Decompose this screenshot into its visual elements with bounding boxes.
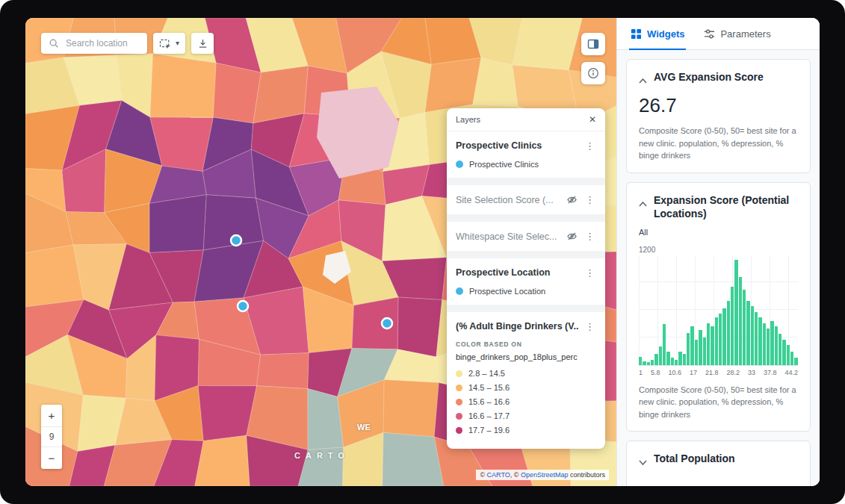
map-place-label: WE [357,423,371,432]
histogram-bar[interactable] [703,337,706,365]
close-icon[interactable]: ✕ [589,115,596,124]
clinic-marker[interactable] [238,301,248,311]
histogram-bar[interactable] [651,360,654,365]
histogram-bar[interactable] [758,317,761,365]
histogram-bar[interactable] [755,312,758,365]
zoom-in-button[interactable]: + [41,405,62,426]
search-box[interactable] [41,33,147,54]
download-button[interactable] [191,33,214,54]
histogram-bar[interactable] [671,358,674,365]
widget-filter-label: All [639,228,798,237]
histogram-bar[interactable] [719,314,722,365]
app: WE CARTO ▾ [25,18,820,486]
histogram-bar[interactable] [739,277,742,365]
histogram-bar[interactable] [763,323,766,365]
widget-title: Expansion Score (Potential Locations) [654,193,798,220]
histogram-bar[interactable] [666,352,669,365]
map-right-controls [581,33,605,84]
layer-section-prospective-location: Prospective Location ⋮ Prospective Locat… [447,258,605,305]
map-canvas[interactable]: WE CARTO ▾ [25,18,616,486]
info-button[interactable] [581,62,605,84]
tab-label: Parameters [720,28,770,40]
tab-widgets[interactable]: Widgets [631,18,684,49]
widget-header[interactable]: Total Population [639,452,798,468]
x-tick-label: 5.8 [651,369,660,376]
layers-panel-header: Layers ✕ [447,108,605,131]
y-axis-max-label: 1200 [639,246,798,254]
histogram-bar[interactable] [687,333,690,365]
histogram-bar[interactable] [767,329,770,365]
histogram-bar[interactable] [743,290,746,364]
legend-range-label: 16.6 – 17.7 [468,411,510,420]
widget-header[interactable]: AVG Expansion Score [639,70,798,87]
histogram-bar[interactable] [746,301,749,365]
histogram-bar[interactable] [790,352,793,365]
clinic-marker[interactable] [382,318,392,329]
histogram-bar[interactable] [639,357,642,365]
legend-color-dot [456,413,462,420]
histogram-bar[interactable] [695,340,698,365]
widget-value: 26.7 [639,94,798,117]
select-tool-button[interactable]: ▾ [153,33,185,54]
histogram-bar[interactable] [794,358,797,365]
kebab-menu-icon[interactable]: ⋮ [584,141,596,151]
chevron-up-icon [639,73,647,87]
attribution-text: © [480,471,486,479]
histogram-bar[interactable] [770,321,773,365]
histogram-bar[interactable] [711,326,714,364]
histogram-bar[interactable] [731,287,734,365]
tab-parameters[interactable]: Parameters [704,18,770,49]
carto-link[interactable]: CARTO [487,471,510,479]
histogram-bar[interactable] [727,301,730,365]
legend-range-label: 2.8 – 14.5 [468,369,505,378]
select-tool-icon [159,38,172,49]
widget-description: Composite Score (0-50), 50= best site fo… [639,384,798,421]
kebab-menu-icon[interactable]: ⋮ [584,195,596,205]
toggle-panel-button[interactable] [581,33,605,55]
clinic-marker[interactable] [231,235,241,246]
info-icon [587,67,599,79]
histogram-bar[interactable] [779,334,781,365]
x-tick-label: 37.8 [764,369,777,376]
histogram-bar[interactable] [659,346,662,365]
layer-title: (% Adult Binge Drinkers (V... [456,321,579,332]
histogram-bar[interactable] [775,326,778,364]
histogram-bar[interactable] [647,362,650,365]
app-window-frame: WE CARTO ▾ [0,0,845,504]
histogram-bar[interactable] [715,317,718,365]
tab-label: Widgets [647,28,684,40]
kebab-menu-icon[interactable]: ⋮ [584,322,596,332]
chevron-down-icon [639,455,647,468]
openstreetmap-link[interactable]: OpenStreetMap [521,471,569,479]
histogram-bar[interactable] [690,326,693,364]
histogram-bar[interactable] [751,306,754,364]
histogram-bar[interactable] [654,354,657,365]
histogram-bar[interactable] [787,345,790,365]
kebab-menu-icon[interactable]: ⋮ [584,231,596,241]
legend-color-dot [456,370,462,377]
layer-title: Prospective Location [456,267,579,278]
visibility-off-icon[interactable] [566,194,578,205]
x-tick-label: 10.6 [668,369,681,376]
zoom-out-button[interactable]: − [41,447,62,469]
histogram-bar[interactable] [699,330,702,365]
histogram-bars[interactable] [639,255,798,366]
widget-header[interactable]: Expansion Score (Potential Locations) [639,193,798,220]
search-input[interactable] [64,37,140,49]
layer-title: Whitespace Site Selec... [456,231,562,242]
visibility-off-icon[interactable] [566,231,578,242]
histogram-bar[interactable] [683,354,686,365]
histogram-bar[interactable] [675,360,678,365]
histogram-bar[interactable] [707,323,710,365]
histogram-bar[interactable] [782,340,785,365]
histogram-bar[interactable] [722,308,725,365]
download-icon [197,38,208,49]
histogram-bar[interactable] [734,260,737,365]
histogram-bar[interactable] [663,324,666,365]
section-divider [447,214,605,222]
layer-section-site-selection-score: Site Selection Score (... ⋮ [447,185,605,214]
kebab-menu-icon[interactable]: ⋮ [584,268,596,278]
histogram-bar[interactable] [643,361,646,365]
histogram-bar[interactable] [678,352,681,365]
layer-title: Site Selection Score (... [456,195,562,205]
